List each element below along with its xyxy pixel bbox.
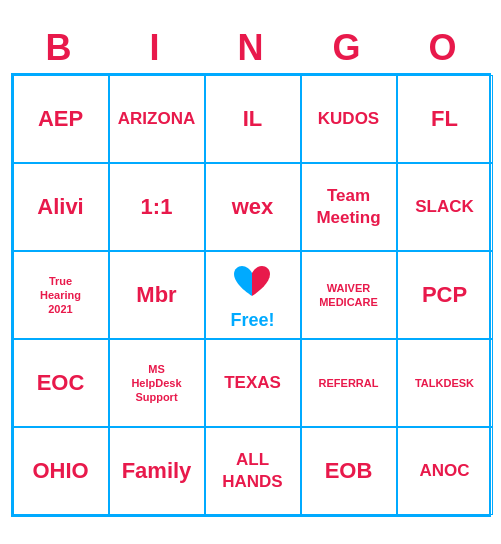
- bingo-cell-r1c3: IL: [205, 75, 301, 163]
- bingo-cell-r5c2: Family: [109, 427, 205, 515]
- cell-text: REFERRAL: [319, 376, 379, 390]
- cell-text: ALLHANDS: [222, 449, 282, 493]
- cell-text: ARIZONA: [118, 108, 195, 130]
- cell-text: OHIO: [32, 457, 88, 486]
- bingo-cell-r2c2: 1:1: [109, 163, 205, 251]
- cell-text: IL: [243, 105, 263, 134]
- cell-text: PCP: [422, 281, 467, 310]
- bingo-cell-r3c5: PCP: [397, 251, 493, 339]
- bingo-header-letter: B: [15, 27, 103, 69]
- cell-text: EOB: [325, 457, 373, 486]
- bingo-cell-r4c1: EOC: [13, 339, 109, 427]
- bingo-cell-r4c5: TALKDESK: [397, 339, 493, 427]
- cell-text: ANOC: [419, 460, 469, 482]
- cell-text: AEP: [38, 105, 83, 134]
- bingo-cell-r3c1: TrueHearing2021: [13, 251, 109, 339]
- cell-text: SLACK: [415, 196, 474, 218]
- cell-text: KUDOS: [318, 108, 379, 130]
- cell-text: EOC: [37, 369, 85, 398]
- bingo-cell-r2c5: SLACK: [397, 163, 493, 251]
- bingo-header-letter: N: [207, 27, 295, 69]
- bingo-cell-r5c5: ANOC: [397, 427, 493, 515]
- bingo-cell-r4c2: MSHelpDeskSupport: [109, 339, 205, 427]
- bingo-cell-r2c1: Alivi: [13, 163, 109, 251]
- cell-text: Family: [122, 457, 192, 486]
- bingo-cell-r5c1: OHIO: [13, 427, 109, 515]
- bingo-header-letter: O: [399, 27, 487, 69]
- cell-text: TALKDESK: [415, 376, 474, 390]
- cell-text: WAIVERMEDICARE: [319, 281, 378, 310]
- bingo-container: BINGO AEPARIZONAILKUDOSFLAlivi1:1wexTeam…: [11, 27, 491, 517]
- bingo-cell-r5c3: ALLHANDS: [205, 427, 301, 515]
- cell-text: wex: [232, 193, 274, 222]
- cell-text: TrueHearing2021: [40, 274, 81, 317]
- bingo-cell-r3c2: Mbr: [109, 251, 205, 339]
- bingo-header-letter: I: [111, 27, 199, 69]
- cell-text: Alivi: [37, 193, 83, 222]
- bingo-cell-r5c4: EOB: [301, 427, 397, 515]
- bingo-cell-r2c3: wex: [205, 163, 301, 251]
- bingo-cell-r3c3: Free!: [205, 251, 301, 339]
- bingo-cell-r1c1: AEP: [13, 75, 109, 163]
- bingo-header: BINGO: [11, 27, 491, 69]
- bingo-cell-r1c5: FL: [397, 75, 493, 163]
- free-label: Free!: [230, 310, 274, 331]
- bingo-cell-r4c3: TEXAS: [205, 339, 301, 427]
- cell-text: TEXAS: [224, 372, 281, 394]
- bingo-cell-r1c4: KUDOS: [301, 75, 397, 163]
- cell-text: 1:1: [141, 193, 173, 222]
- bingo-header-letter: G: [303, 27, 391, 69]
- bingo-cell-r2c4: TeamMeeting: [301, 163, 397, 251]
- bingo-cell-r4c4: REFERRAL: [301, 339, 397, 427]
- cell-text: TeamMeeting: [316, 185, 380, 229]
- bingo-grid: AEPARIZONAILKUDOSFLAlivi1:1wexTeamMeetin…: [11, 73, 491, 517]
- cell-text: Mbr: [136, 281, 176, 310]
- cell-text: FL: [431, 105, 458, 134]
- cell-text: MSHelpDeskSupport: [131, 362, 181, 405]
- bingo-cell-r1c2: ARIZONA: [109, 75, 205, 163]
- bingo-cell-r3c4: WAIVERMEDICARE: [301, 251, 397, 339]
